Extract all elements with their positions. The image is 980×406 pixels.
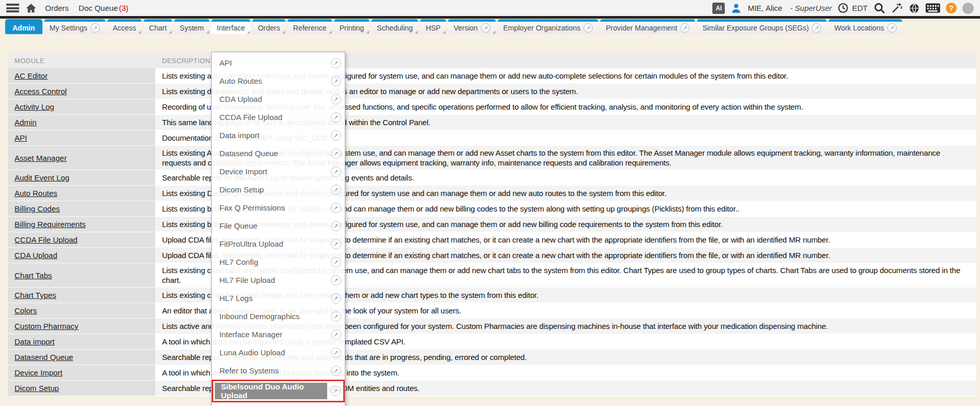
menu-item[interactable]: Device Import ↗ <box>212 162 345 181</box>
module-link[interactable]: CCDA File Upload <box>14 235 78 244</box>
menu-item[interactable]: HL7 Config ↗ <box>212 253 345 271</box>
table-row: API Documentation for the JSON API using… <box>8 130 976 146</box>
external-link-icon: ↗ <box>331 185 341 195</box>
home-icon[interactable] <box>25 3 37 14</box>
menu-item[interactable]: Trans Mgr ↗ <box>212 402 345 406</box>
tab-item[interactable]: Provider Management ↗ <box>600 19 695 34</box>
tab-menu-fold-icon <box>169 31 172 34</box>
menu-item[interactable]: Inbound Demographics ↗ <box>212 307 345 325</box>
menu-item[interactable]: Interface Manager ↗ <box>212 325 345 343</box>
menu-item-label: Data import <box>220 131 331 140</box>
module-link[interactable]: Auto Routes <box>14 189 57 198</box>
menu-item-label: Luna Audio Upload <box>220 348 331 357</box>
module-link[interactable]: Chart Tabs <box>14 271 52 280</box>
hamburger-menu-icon[interactable] <box>6 4 19 12</box>
nav-doc-queue-link[interactable]: Doc Queue(3) <box>77 4 130 12</box>
module-link[interactable]: Billing Requirements <box>14 220 86 229</box>
clock-icon[interactable] <box>838 3 849 13</box>
module-link[interactable]: Chart Types <box>14 291 56 299</box>
tab-label: Admin <box>12 24 35 32</box>
tab-item[interactable]: Employer Organizations ↗ <box>498 19 598 34</box>
table-row: Data import A tool in which data can be … <box>8 334 976 350</box>
external-link-icon: ↗ <box>331 257 341 267</box>
menu-item-label: FitProUltra Upload <box>220 239 331 248</box>
tab-menu-fold-icon <box>138 31 141 34</box>
tab-item[interactable]: My Settings ↗ <box>44 19 106 34</box>
menu-item[interactable]: API ↗ <box>212 54 345 72</box>
module-link[interactable]: Admin <box>14 118 37 127</box>
globe-icon[interactable] <box>909 3 920 14</box>
menu-item-label: File Queue <box>220 221 331 230</box>
table-row: Activity Log Recording of user interacti… <box>8 99 976 115</box>
module-link[interactable]: Asset Manager <box>14 154 67 162</box>
module-link[interactable]: Data import <box>14 337 55 346</box>
menu-item-label: Auto Routes <box>220 77 331 85</box>
nav-orders-link[interactable]: Orders <box>43 4 71 12</box>
tab-item[interactable]: Printing ↗ <box>334 19 370 34</box>
menu-item[interactable]: File Queue ↗ <box>212 217 345 235</box>
menu-item[interactable]: Sibelsound Duo Audio Upload ↗ <box>212 380 345 402</box>
module-link[interactable]: CDA Upload <box>14 251 57 260</box>
tab-item[interactable]: Interface ↗ <box>211 19 251 34</box>
tab-item[interactable]: Work Locations ↗ <box>828 19 902 34</box>
module-link[interactable]: Dicom Setup <box>14 384 59 393</box>
module-link[interactable]: Datasend Queue <box>14 353 73 362</box>
tab-label: System <box>180 24 204 32</box>
module-link[interactable]: Activity Log <box>14 102 54 111</box>
tab-item[interactable]: Version ↗ <box>448 19 496 34</box>
menu-item[interactable]: CDA Upload ↗ <box>212 90 345 108</box>
module-link[interactable]: Billing Codes <box>14 204 60 213</box>
external-link-icon: ↗ <box>331 366 341 376</box>
menu-item[interactable]: HL7 File Upload ↗ <box>212 271 345 289</box>
table-row: Colors An editor that allows system colo… <box>8 303 976 319</box>
table-row: Dicom Setup Searchable report (basic & a… <box>8 381 976 396</box>
module-link[interactable]: API <box>14 133 27 142</box>
menu-item-label: Sibelsound Duo Audio Upload <box>215 383 327 399</box>
module-link[interactable]: Device Import <box>14 368 63 377</box>
menu-item[interactable]: Auto Routes ↗ <box>212 72 345 90</box>
menu-item[interactable]: FitProUltra Upload ↗ <box>212 235 345 253</box>
help-icon[interactable]: ? <box>946 3 957 13</box>
menu-item[interactable]: Datasend Queue ↗ <box>212 144 345 162</box>
menu-item[interactable]: Dicom Setup ↗ <box>212 181 345 199</box>
module-link[interactable]: Audit Event Log <box>14 173 69 182</box>
external-link-icon: ↗ <box>331 239 341 249</box>
wand-icon[interactable] <box>891 2 903 14</box>
menu-item[interactable]: CCDA File Upload ↗ <box>212 108 345 126</box>
tab-item[interactable]: HSP ↗ <box>420 19 446 34</box>
tab-item[interactable]: Access ↗ <box>107 19 142 34</box>
tab-item[interactable]: Chart ↗ <box>143 19 172 34</box>
ai-badge[interactable]: AI <box>712 3 725 14</box>
tab-item[interactable]: System ↗ <box>174 19 210 34</box>
table-row: CDA Upload Upload CDA files here directl… <box>8 248 976 263</box>
keyboard-icon[interactable] <box>926 3 940 13</box>
tab-item[interactable]: Scheduling ↗ <box>371 19 418 34</box>
menu-item[interactable]: Fax Q Permissions ↗ <box>212 199 345 217</box>
module-link[interactable]: Access Control <box>14 87 67 96</box>
user-name[interactable]: MIE, Alice <box>748 4 782 12</box>
tab-item[interactable]: Similar Exposure Groups (SEGs) ↗ <box>697 19 827 34</box>
menu-item[interactable]: Refer to Systems ↗ <box>212 362 345 380</box>
module-link[interactable]: AC Editor <box>14 71 48 80</box>
tab-menu-fold-icon <box>329 31 332 34</box>
external-link-icon: ↗ <box>481 23 490 33</box>
menu-item-label: Device Import <box>220 167 331 176</box>
tab-menu-fold-icon <box>247 31 250 34</box>
menu-item[interactable]: HL7 Logs ↗ <box>212 289 345 307</box>
tab-item[interactable]: Orders ↗ <box>252 19 286 34</box>
top-bar: Orders Doc Queue(3) AI MIE, Alice - Supe… <box>0 0 980 16</box>
tab-item[interactable]: Admin ↗ <box>5 19 42 34</box>
module-link[interactable]: Custom Pharmacy <box>14 322 78 330</box>
status-circle-icon[interactable] <box>962 3 974 14</box>
module-link[interactable]: Colors <box>14 306 37 315</box>
search-icon[interactable] <box>873 2 885 14</box>
tab-label: Scheduling <box>377 24 413 32</box>
menu-item[interactable]: Data import ↗ <box>212 126 345 144</box>
menu-item[interactable]: Luna Audio Upload ↗ <box>212 343 345 362</box>
tab-label: Access <box>113 24 136 32</box>
module-table: MODULE DESCRIPTION AC Editor Lists exist… <box>8 53 976 396</box>
external-link-icon: ↗ <box>331 311 341 322</box>
tab-label: Printing <box>340 24 364 32</box>
tab-item[interactable]: Reference ↗ <box>287 19 332 34</box>
external-link-icon: ↗ <box>330 386 341 396</box>
